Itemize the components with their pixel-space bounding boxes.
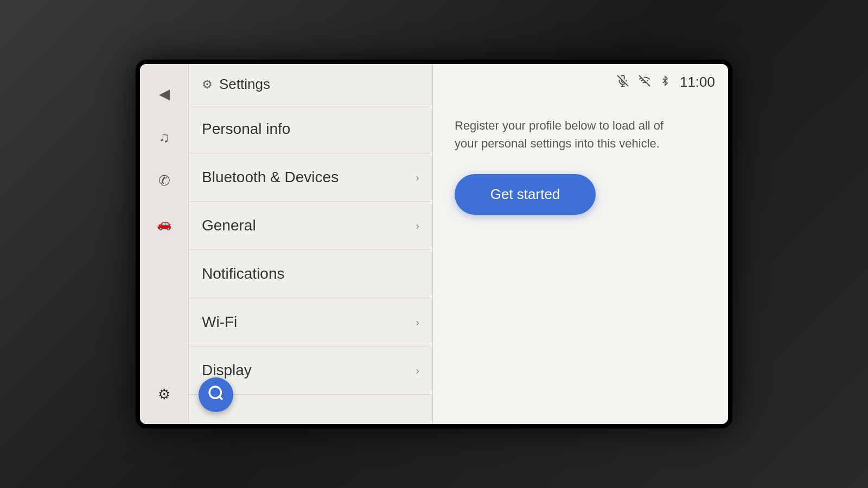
settings-item-general[interactable]: General › — [189, 202, 432, 250]
personal-info-label: Personal info — [202, 120, 290, 138]
sidebar-item-phone[interactable]: ✆ — [145, 162, 183, 200]
general-label: General — [202, 217, 256, 234]
bluetooth-icon — [660, 75, 670, 89]
sidebar-item-music[interactable]: ♫ — [145, 118, 183, 156]
search-fab-icon — [207, 384, 225, 406]
time-display: 11:00 — [680, 74, 715, 91]
music-icon: ♫ — [159, 129, 170, 146]
wifi-off-icon — [639, 75, 650, 89]
mute-icon — [617, 75, 629, 89]
navigation-icon: ◀ — [159, 86, 170, 102]
settings-list: Personal info Bluetooth & Devices › Gene… — [189, 105, 432, 424]
sidebar-item-car[interactable]: 🚗 — [145, 205, 183, 243]
wifi-label: Wi-Fi — [202, 313, 237, 331]
wifi-chevron-icon: › — [416, 316, 419, 329]
content-panel: 11:00 Register your profile below to loa… — [433, 64, 728, 424]
car-icon: 🚗 — [157, 217, 171, 231]
settings-item-wifi[interactable]: Wi-Fi › — [189, 298, 432, 346]
settings-item-personal-info[interactable]: Personal info — [189, 105, 432, 153]
settings-panel-title: Settings — [219, 76, 270, 93]
general-chevron-icon: › — [416, 220, 419, 232]
settings-panel: ⚙ Settings Personal info Bluetooth & Dev… — [189, 64, 433, 424]
notifications-label: Notifications — [202, 265, 285, 282]
display-label: Display — [202, 362, 252, 379]
settings-icon: ⚙ — [158, 386, 170, 403]
settings-header: ⚙ Settings — [189, 64, 432, 105]
svg-line-6 — [219, 396, 222, 400]
screen-bezel: ◀ ♫ ✆ 🚗 ⚙ ⚙ Settings Pe — [136, 60, 732, 428]
profile-description: Register your profile below to load all … — [455, 117, 682, 152]
get-started-button[interactable]: Get started — [455, 174, 596, 215]
display-chevron-icon: › — [416, 364, 419, 377]
search-fab-button[interactable] — [199, 377, 233, 412]
sidebar: ◀ ♫ ✆ 🚗 ⚙ — [140, 64, 189, 424]
settings-item-notifications[interactable]: Notifications — [189, 250, 432, 298]
settings-header-icon: ⚙ — [202, 78, 213, 92]
content-header: 11:00 — [433, 64, 728, 100]
phone-icon: ✆ — [158, 172, 170, 189]
bluetooth-label: Bluetooth & Devices — [202, 169, 339, 186]
ui-container: ◀ ♫ ✆ 🚗 ⚙ ⚙ Settings Pe — [140, 64, 728, 424]
svg-point-5 — [209, 387, 221, 398]
bluetooth-chevron-icon: › — [416, 171, 419, 184]
content-body: Register your profile below to load all … — [433, 100, 728, 424]
sidebar-item-settings[interactable]: ⚙ — [145, 375, 183, 413]
sidebar-item-navigation[interactable]: ◀ — [145, 75, 183, 113]
settings-item-bluetooth[interactable]: Bluetooth & Devices › — [189, 153, 432, 202]
